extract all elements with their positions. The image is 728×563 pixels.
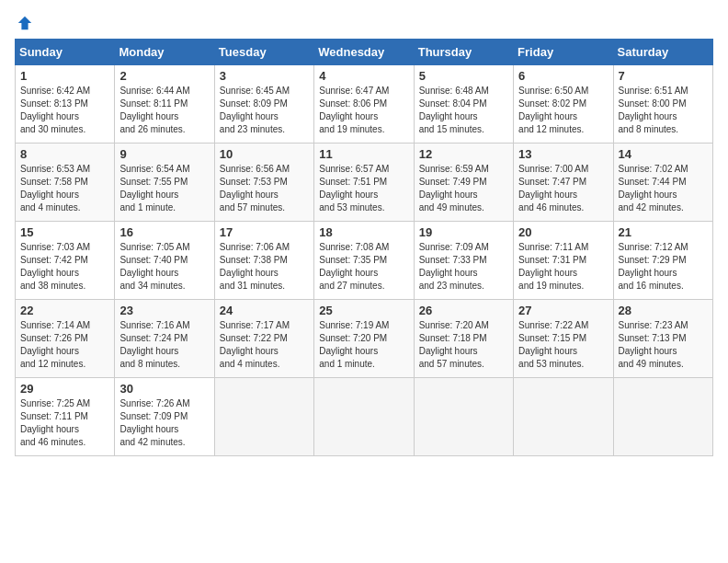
- day-info: Sunrise: 6:42 AM Sunset: 8:13 PM Dayligh…: [20, 85, 109, 136]
- day-info: Sunrise: 6:57 AM Sunset: 7:51 PM Dayligh…: [319, 163, 408, 214]
- day-number: 16: [119, 225, 209, 239]
- day-info: Sunrise: 7:03 AM Sunset: 7:42 PM Dayligh…: [20, 241, 109, 293]
- day-info: Sunrise: 7:19 AM Sunset: 7:20 PM Dayligh…: [319, 319, 408, 371]
- day-number: 25: [319, 304, 408, 317]
- calendar-cell: 10 Sunrise: 6:56 AM Sunset: 7:53 PM Dayl…: [214, 144, 313, 222]
- day-number: 27: [518, 304, 608, 317]
- calendar-cell: [414, 378, 513, 456]
- calendar-cell: 28 Sunrise: 7:23 AM Sunset: 7:13 PM Dayl…: [613, 300, 712, 378]
- day-info: Sunrise: 7:20 AM Sunset: 7:18 PM Dayligh…: [419, 319, 508, 371]
- day-number: 18: [319, 225, 408, 239]
- day-info: Sunrise: 7:16 AM Sunset: 7:24 PM Dayligh…: [119, 319, 209, 371]
- day-info: Sunrise: 6:44 AM Sunset: 8:11 PM Dayligh…: [119, 85, 209, 136]
- calendar-cell: [613, 378, 712, 456]
- day-number: 5: [419, 69, 508, 83]
- day-number: 15: [20, 225, 109, 239]
- calendar-cell: 14 Sunrise: 7:02 AM Sunset: 7:44 PM Dayl…: [613, 144, 712, 222]
- day-number: 12: [419, 147, 508, 161]
- calendar-cell: 15 Sunrise: 7:03 AM Sunset: 7:42 PM Dayl…: [16, 222, 115, 300]
- day-number: 6: [518, 69, 608, 83]
- calendar-cell: 2 Sunrise: 6:44 AM Sunset: 8:11 PM Dayli…: [115, 65, 214, 144]
- calendar-cell: 12 Sunrise: 6:59 AM Sunset: 7:49 PM Dayl…: [414, 144, 513, 222]
- day-number: 2: [119, 69, 209, 83]
- day-number: 13: [518, 147, 608, 161]
- day-info: Sunrise: 7:12 AM Sunset: 7:29 PM Dayligh…: [619, 241, 708, 293]
- day-number: 20: [518, 225, 608, 239]
- calendar-cell: 9 Sunrise: 6:54 AM Sunset: 7:55 PM Dayli…: [115, 144, 214, 222]
- column-header-friday: Friday: [514, 40, 613, 65]
- day-info: Sunrise: 6:50 AM Sunset: 8:02 PM Dayligh…: [518, 85, 608, 136]
- calendar-cell: 23 Sunrise: 7:16 AM Sunset: 7:24 PM Dayl…: [115, 300, 214, 378]
- logo-icon: [17, 15, 33, 31]
- calendar-cell: 25 Sunrise: 7:19 AM Sunset: 7:20 PM Dayl…: [314, 300, 414, 378]
- day-info: Sunrise: 7:06 AM Sunset: 7:38 PM Dayligh…: [220, 241, 309, 293]
- day-number: 24: [220, 304, 309, 317]
- day-number: 9: [119, 147, 209, 161]
- calendar-cell: 22 Sunrise: 7:14 AM Sunset: 7:26 PM Dayl…: [16, 300, 115, 378]
- day-number: 3: [220, 69, 309, 83]
- column-header-sunday: Sunday: [16, 40, 115, 65]
- day-info: Sunrise: 7:26 AM Sunset: 7:09 PM Dayligh…: [119, 397, 209, 449]
- day-info: Sunrise: 6:47 AM Sunset: 8:06 PM Dayligh…: [319, 85, 408, 136]
- column-header-saturday: Saturday: [613, 40, 712, 65]
- calendar-cell: 18 Sunrise: 7:08 AM Sunset: 7:35 PM Dayl…: [314, 222, 414, 300]
- calendar-cell: 4 Sunrise: 6:47 AM Sunset: 8:06 PM Dayli…: [314, 65, 414, 144]
- day-info: Sunrise: 7:09 AM Sunset: 7:33 PM Dayligh…: [419, 241, 508, 293]
- day-info: Sunrise: 7:02 AM Sunset: 7:44 PM Dayligh…: [619, 163, 708, 214]
- calendar-week-row: 15 Sunrise: 7:03 AM Sunset: 7:42 PM Dayl…: [16, 222, 713, 300]
- logo: [15, 15, 33, 28]
- calendar-cell: 16 Sunrise: 7:05 AM Sunset: 7:40 PM Dayl…: [115, 222, 214, 300]
- calendar-week-row: 22 Sunrise: 7:14 AM Sunset: 7:26 PM Dayl…: [16, 300, 713, 378]
- day-number: 8: [20, 147, 109, 161]
- day-number: 1: [20, 69, 109, 83]
- calendar-cell: 6 Sunrise: 6:50 AM Sunset: 8:02 PM Dayli…: [514, 65, 613, 144]
- day-info: Sunrise: 6:45 AM Sunset: 8:09 PM Dayligh…: [220, 85, 309, 136]
- day-info: Sunrise: 6:53 AM Sunset: 7:58 PM Dayligh…: [20, 163, 109, 214]
- calendar-cell: 5 Sunrise: 6:48 AM Sunset: 8:04 PM Dayli…: [414, 65, 513, 144]
- day-number: 28: [619, 304, 708, 317]
- day-number: 29: [20, 382, 109, 396]
- column-header-monday: Monday: [115, 40, 214, 65]
- calendar-week-row: 29 Sunrise: 7:25 AM Sunset: 7:11 PM Dayl…: [16, 378, 713, 456]
- calendar-cell: [314, 378, 414, 456]
- calendar-cell: [514, 378, 613, 456]
- day-info: Sunrise: 7:08 AM Sunset: 7:35 PM Dayligh…: [319, 241, 408, 293]
- calendar-cell: 29 Sunrise: 7:25 AM Sunset: 7:11 PM Dayl…: [16, 378, 115, 456]
- calendar-cell: 30 Sunrise: 7:26 AM Sunset: 7:09 PM Dayl…: [115, 378, 214, 456]
- calendar-cell: 21 Sunrise: 7:12 AM Sunset: 7:29 PM Dayl…: [613, 222, 712, 300]
- calendar-week-row: 1 Sunrise: 6:42 AM Sunset: 8:13 PM Dayli…: [16, 65, 713, 144]
- day-number: 26: [419, 304, 508, 317]
- day-info: Sunrise: 7:11 AM Sunset: 7:31 PM Dayligh…: [518, 241, 608, 293]
- calendar-cell: 1 Sunrise: 6:42 AM Sunset: 8:13 PM Dayli…: [16, 65, 115, 144]
- calendar-cell: 11 Sunrise: 6:57 AM Sunset: 7:51 PM Dayl…: [314, 144, 414, 222]
- day-number: 14: [619, 147, 708, 161]
- calendar-cell: 8 Sunrise: 6:53 AM Sunset: 7:58 PM Dayli…: [16, 144, 115, 222]
- day-number: 7: [619, 69, 708, 83]
- day-number: 19: [419, 225, 508, 239]
- day-info: Sunrise: 7:22 AM Sunset: 7:15 PM Dayligh…: [518, 319, 608, 371]
- day-number: 30: [119, 382, 209, 396]
- page-header: [15, 15, 713, 28]
- day-info: Sunrise: 7:25 AM Sunset: 7:11 PM Dayligh…: [20, 397, 109, 449]
- calendar-cell: 27 Sunrise: 7:22 AM Sunset: 7:15 PM Dayl…: [514, 300, 613, 378]
- calendar-cell: [214, 378, 313, 456]
- day-number: 10: [220, 147, 309, 161]
- day-info: Sunrise: 7:14 AM Sunset: 7:26 PM Dayligh…: [20, 319, 109, 371]
- column-header-wednesday: Wednesday: [314, 40, 414, 65]
- day-number: 4: [319, 69, 408, 83]
- calendar-week-row: 8 Sunrise: 6:53 AM Sunset: 7:58 PM Dayli…: [16, 144, 713, 222]
- day-info: Sunrise: 6:54 AM Sunset: 7:55 PM Dayligh…: [119, 163, 209, 214]
- day-number: 23: [119, 304, 209, 317]
- column-header-thursday: Thursday: [414, 40, 513, 65]
- day-info: Sunrise: 7:23 AM Sunset: 7:13 PM Dayligh…: [619, 319, 708, 371]
- calendar-cell: 7 Sunrise: 6:51 AM Sunset: 8:00 PM Dayli…: [613, 65, 712, 144]
- calendar-cell: 19 Sunrise: 7:09 AM Sunset: 7:33 PM Dayl…: [414, 222, 513, 300]
- day-info: Sunrise: 6:59 AM Sunset: 7:49 PM Dayligh…: [419, 163, 508, 214]
- day-number: 17: [220, 225, 309, 239]
- day-info: Sunrise: 7:17 AM Sunset: 7:22 PM Dayligh…: [220, 319, 309, 371]
- calendar-table: SundayMondayTuesdayWednesdayThursdayFrid…: [15, 39, 713, 456]
- day-number: 21: [619, 225, 708, 239]
- calendar-cell: 24 Sunrise: 7:17 AM Sunset: 7:22 PM Dayl…: [214, 300, 313, 378]
- day-number: 11: [319, 147, 408, 161]
- day-info: Sunrise: 6:51 AM Sunset: 8:00 PM Dayligh…: [619, 85, 708, 136]
